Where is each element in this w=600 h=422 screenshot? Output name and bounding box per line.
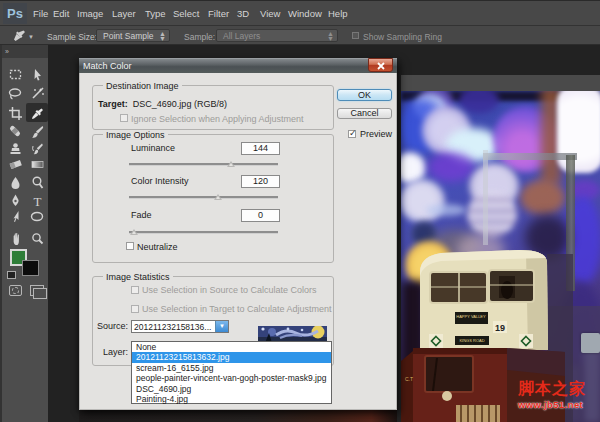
svg-text:HAPPY VALLEY: HAPPY VALLEY xyxy=(456,314,486,319)
svg-text:T: T xyxy=(33,194,41,207)
svg-text:C.T: C.T xyxy=(405,376,413,382)
svg-text:19: 19 xyxy=(495,323,505,333)
svg-text:KINGS ROAD: KINGS ROAD xyxy=(459,338,484,343)
